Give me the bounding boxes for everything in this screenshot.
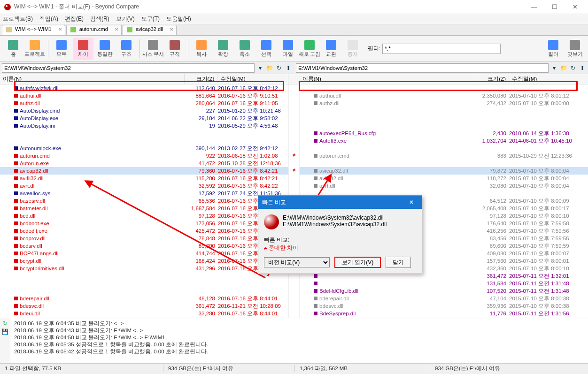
menu-help[interactable]: 도움말(H) [166, 15, 191, 23]
file-row[interactable]: authfwwizfwk.dll112,6402016-07-16 오후 8:4… [0, 84, 288, 92]
select-button[interactable]: 선택 [256, 38, 277, 60]
file-row[interactable]: AutoDisplay.exe29,1842014-06-22 오후 9:58:… [0, 114, 288, 122]
ignore-minor-button[interactable]: 사소 무시 [143, 38, 163, 60]
file-row[interactable]: authz.dll274,4322015-07-10 오후 8:00:00 [300, 99, 588, 107]
close-button[interactable]: ✕ [565, 3, 584, 10]
file-row[interactable]: bdeui.dll33,2802016-07-16 오후 8:44:01 [0, 310, 288, 317]
dropdown-icon[interactable]: ▾ [256, 64, 264, 72]
preview-button[interactable]: 엿보기 [565, 38, 585, 60]
file-row[interactable] [0, 280, 288, 287]
doc-tab-avicap[interactable]: avicap32.dll ✕ [123, 25, 177, 35]
file-row[interactable]: avifil32.dll118,2722015-07-10 오후 8:00:04 [300, 175, 588, 182]
log-refresh-icon[interactable]: ↻ [3, 320, 8, 327]
file-row[interactable] [0, 272, 288, 280]
file-row[interactable]: avrt.dll32,0802015-07-10 오후 8:00:04 [300, 182, 588, 190]
file-row[interactable]: avicap32.dll79,3602016-07-16 오후 8:42:21 [0, 167, 288, 175]
same-button[interactable]: 동일한 [94, 38, 115, 60]
file-row[interactable]: autorun.cmd9222018-06-18 오전 1:02:08 [0, 152, 288, 160]
tab-close-icon[interactable]: ✕ [115, 27, 118, 32]
expand-button[interactable]: 확장 [213, 38, 233, 60]
rules-button[interactable]: 규칙 [164, 38, 185, 60]
menu-view[interactable]: 보기(V) [116, 15, 135, 23]
file-row[interactable]: AutoDisplay.cmd2272015-01-20 오후 10:21:48 [0, 107, 288, 114]
file-row[interactable]: bdeui.dll34,8162015-07-10 오후 8:00:39 [300, 317, 588, 318]
up-icon[interactable]: ⬆ [579, 64, 586, 72]
file-row[interactable]: avifil32.dll115,2002016-07-16 오후 8:42:21 [0, 175, 288, 182]
file-row[interactable]: AutoIt3.exe1,032,7042014-06-01 오후 10:45:… [300, 137, 588, 145]
file-row[interactable]: autorun.cmd3832015-10-29 오전 12:23:36 [300, 152, 588, 160]
maximize-button[interactable]: ☐ [545, 3, 564, 10]
col-size[interactable]: 크기(Z) [476, 74, 509, 84]
diff-button[interactable]: 차이 [73, 38, 93, 60]
file-row[interactable]: BCP47Langs.dll414,7442016-07-16 오후 [0, 250, 288, 257]
dropdown-icon[interactable]: ▾ [550, 64, 558, 72]
file-row[interactable]: bcdsrv.dll89,6002016-07-16 오후 [0, 242, 288, 250]
dialog-close-icon[interactable]: ✕ [405, 199, 418, 206]
file-row[interactable] [300, 160, 588, 167]
browse-icon[interactable]: 📁 [266, 64, 273, 72]
history-icon[interactable]: ↻ [569, 64, 577, 72]
log-save-icon[interactable]: 💾 [1, 328, 8, 335]
menu-search[interactable]: 검색(R) [90, 15, 109, 23]
menu-project[interactable]: 프로젝트(S) [3, 15, 33, 23]
file-row[interactable]: basesrv.dll65,5362016-07-16 오후 9:11:11 [0, 197, 288, 205]
file-row[interactable]: bcd.dll97,1282016-07-16 오후 [0, 212, 288, 220]
file-row[interactable]: bderepair.dll47,1042015-07-10 오후 8:00:38 [300, 295, 588, 302]
file-row[interactable]: BdeHdCfgLib.dll107,5202015-07-11 오전 1:31… [300, 287, 588, 295]
file-row[interactable]: avicap32.dll79,8722015-07-10 오후 8:00:04 [300, 167, 588, 175]
file-row[interactable]: bcdedit.exe425,4722016-07-16 오후 [0, 227, 288, 235]
right-path-input[interactable] [296, 63, 549, 73]
file-row[interactable]: bderepair.dll48,1282016-07-16 오후 8:44:01 [0, 295, 288, 302]
filter-input[interactable] [382, 44, 501, 54]
tab-close-icon[interactable]: ✕ [170, 27, 173, 32]
file-row[interactable]: batmeter.dll1,667,5842016-07-16 오후 [0, 205, 288, 212]
stop-button[interactable]: 증지 [342, 38, 363, 60]
left-path-input[interactable] [2, 63, 255, 73]
project-button[interactable]: 프로젝트 [24, 38, 45, 60]
file-row[interactable]: bcdboot.exe173,0562016-07-16 오후 [0, 220, 288, 227]
file-row[interactable]: authz.dll280,0642016-07-16 오후 9:11:05 [0, 99, 288, 107]
file-row[interactable] [0, 137, 288, 145]
doc-tab-wim[interactable]: WIM <--> WIM1 ✕ [2, 25, 65, 35]
collapse-button[interactable]: 축소 [234, 38, 255, 60]
file-row[interactable]: autoexecPE64_Rus.cfg2,4302018-06-14 오후 1… [300, 130, 588, 137]
browse-icon[interactable]: 📁 [560, 64, 567, 72]
menu-tools[interactable]: 도구(T) [141, 15, 160, 23]
file-row[interactable]: awealloc.sys17,5922017-07-24 오전 11:51:36 [0, 190, 288, 197]
col-size[interactable]: 크기(Z) [185, 74, 217, 84]
up-icon[interactable]: ⬆ [285, 64, 292, 72]
home-button[interactable]: 홈 [3, 38, 23, 60]
file-row[interactable]: bdesvc.dll359,9362015-07-10 오후 8:00:38 [300, 302, 588, 310]
col-date[interactable]: 수정일(M) [217, 74, 288, 84]
swap-button[interactable]: 교환 [321, 38, 341, 60]
file-row[interactable]: bdesvc.dll361,4722016-11-21 오전 10:28:09 [0, 302, 288, 310]
history-icon[interactable]: ↻ [275, 64, 283, 72]
col-name[interactable]: 이름(N) [300, 74, 476, 84]
file-row[interactable]: AutoDisplay.ini192016-05-29 오후 4:56:48 [0, 122, 288, 130]
all-button[interactable]: 모두 [51, 38, 72, 60]
copy-button[interactable]: 복사 [191, 38, 212, 60]
file-row[interactable] [300, 107, 588, 114]
file-row[interactable] [300, 114, 588, 122]
tab-close-icon[interactable]: ✕ [58, 27, 62, 32]
col-date[interactable]: 수정일(M) [509, 74, 588, 84]
file-row[interactable] [300, 122, 588, 130]
refresh-button[interactable]: 새로 고침 [299, 38, 320, 60]
file-row[interactable]: avrt.dll32,5922016-07-16 오후 8:42:22 [0, 182, 288, 190]
file-row[interactable] [0, 130, 288, 137]
file-row[interactable]: BdeSysprep.dll11,7762015-07-11 오전 1:31:5… [300, 310, 588, 317]
files-button[interactable]: 파일 [278, 38, 298, 60]
file-row[interactable]: authui.dll2,350,0802015-07-10 오후 8:01:12 [300, 92, 588, 99]
menu-work[interactable]: 작업(A) [39, 15, 58, 23]
file-row[interactable]: bcryptprimitives.dll431,2962016-07-16 오후 [0, 265, 288, 272]
file-row[interactable]: Autorun.exe41,4722015-10-28 오전 12:18:36 [0, 160, 288, 167]
open-view-button[interactable]: 보기 열기(V) [334, 257, 381, 268]
file-row[interactable]: authui.dll881,6642016-07-16 오후 9:10:51 [0, 92, 288, 99]
file-row[interactable] [0, 287, 288, 295]
file-row[interactable] [300, 145, 588, 152]
filter-button[interactable]: 필터 [543, 38, 564, 60]
file-row[interactable]: bcdprov.dll78,8482016-07-16 오후 [0, 235, 288, 242]
col-name[interactable]: 이름(N) [0, 74, 185, 84]
dialog-titlebar[interactable]: 빠른 비교 ✕ [258, 196, 422, 209]
menu-edit[interactable]: 편집(E) [65, 15, 84, 23]
